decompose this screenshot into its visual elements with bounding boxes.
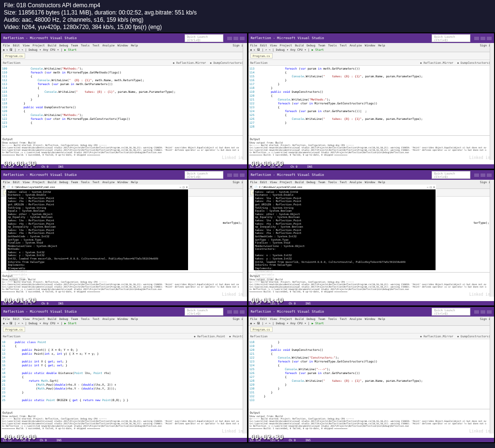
frame-6: Reflection - Microsoft Visual StudioQuic… bbox=[248, 307, 495, 442]
menu-bar[interactable]: FileEditViewProjectBuildDebugTeamToolsTe… bbox=[1, 43, 247, 47]
video-line: Video: h264, yuv420p, 1280x720, 384 kb/s… bbox=[4, 24, 491, 30]
watermark: Linked in bbox=[222, 156, 243, 160]
frame-1: Reflection - Microsoft Visual Studio Qui… bbox=[1, 33, 247, 169]
tab-program[interactable]: Program.cs bbox=[3, 53, 25, 58]
timestamp-6: 00:02:30 bbox=[251, 433, 283, 441]
console-window[interactable]: 📄 C:\Windows\system32\cmd.exe— □ ✕ takes… bbox=[6, 185, 189, 271]
timestamp-2: 00:00:50 bbox=[251, 159, 283, 167]
file-line: File: 018 Constructors API demo.mp4 bbox=[4, 2, 491, 9]
side-pane[interactable] bbox=[243, 43, 247, 160]
frame-3: Reflection - Microsoft Visual StudioQuic… bbox=[1, 170, 247, 305]
timestamp-5: 00:02:00 bbox=[3, 433, 36, 441]
frame-2: Reflection - Microsoft Visual StudioQuic… bbox=[248, 33, 495, 169]
thumbnail-grid: Reflection - Microsoft Visual Studio Qui… bbox=[0, 32, 495, 443]
timestamp-3: 00:01:20 bbox=[3, 296, 36, 304]
window-title: Reflection - Microsoft Visual Studio bbox=[3, 36, 77, 40]
toolbar[interactable]: ◉ ▸ 🖫 | ↶ ↷ |Debug▾Any CPU▾ |▶ Start bbox=[1, 47, 247, 52]
timestamp-1: 00:00:30 bbox=[3, 159, 36, 167]
audio-line: Audio: aac, 48000 Hz, 2 channels, s16, 1… bbox=[4, 16, 491, 23]
code-editor[interactable]: 1091101111121131141151161171181191201211… bbox=[1, 66, 247, 135]
line-gutter: 1091101111121131141151161171181191201211… bbox=[2, 67, 10, 134]
media-info-header: File: 018 Constructors API demo.mp4 Size… bbox=[0, 0, 495, 32]
status-bar: Ln 124Col 9Ch 9INS bbox=[1, 164, 247, 169]
output-panel: Output Show output from: Build 1>------ … bbox=[1, 135, 247, 164]
frame-4: Reflection - Microsoft Visual StudioQuic… bbox=[248, 170, 495, 305]
console-window-2[interactable]: 📄 C:\Windows\system32\cmd.exe— □ ✕ takes… bbox=[253, 185, 436, 271]
vs-titlebar: Reflection - Microsoft Visual Studio Qui… bbox=[1, 33, 247, 43]
timestamp-4: 00:01:40 bbox=[251, 296, 283, 304]
window-controls[interactable] bbox=[227, 37, 245, 40]
frame-5: Reflection - Microsoft Visual StudioQuic… bbox=[1, 307, 247, 442]
editor-tabs[interactable]: Program.cs bbox=[1, 52, 247, 60]
size-line: Size: 11856176 bytes (11,31 MiB), durati… bbox=[4, 9, 491, 16]
nav-bar[interactable]: Reflection◆ Reflection.Mirror◆ DumpConst… bbox=[1, 60, 247, 66]
quick-launch[interactable]: Quick Launch (Ctrl+Q) bbox=[185, 34, 223, 42]
